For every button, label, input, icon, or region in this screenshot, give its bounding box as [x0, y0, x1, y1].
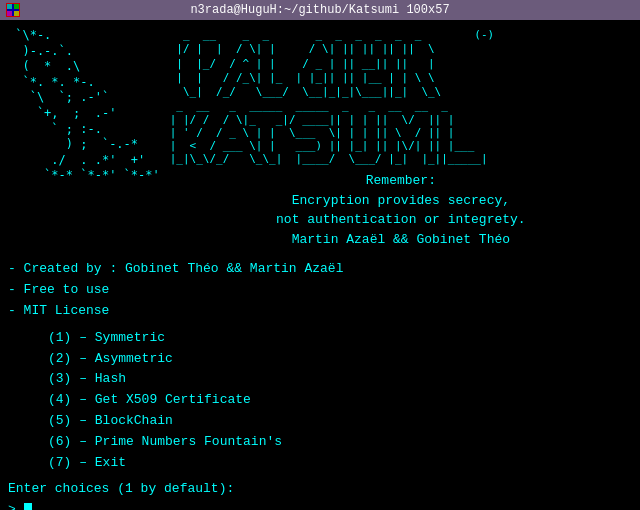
- prompt-input-line: >: [8, 500, 632, 510]
- prompt-text: Enter choices (1 by default):: [8, 479, 632, 500]
- cursor: [24, 503, 32, 510]
- info-text: not authentication or integrety.: [170, 210, 632, 230]
- right-panel: _ __ _ _ _ _ _ _ _ _ (-) |/ | | / \| | /…: [160, 28, 632, 249]
- menu-section: (1) – Symmetric (2) – Asymmetric (3) – H…: [8, 328, 632, 474]
- katsumi-art: _ __ _ _ _ _ _ _ _ _ (-) |/ | | / \| | /…: [170, 28, 632, 99]
- katsumi-title: _ __ _ _____ _____ _ _ __ __ _ | |/ / / …: [170, 99, 632, 165]
- menu-item[interactable]: (3) – Hash: [8, 369, 632, 390]
- info-text: Martin Azaël && Gobinet Théo: [170, 230, 632, 250]
- svg-rect-5: [14, 11, 19, 16]
- titlebar-title: n3rada@HuguH:~/github/Katsumi 100x57: [190, 3, 449, 17]
- terminal-icon: [6, 3, 20, 17]
- terminal-area: `\*-. )-.-.`. ( * .\ `*. *. *-. `\ `; .-…: [0, 20, 640, 510]
- ascii-logo: `\*-. )-.-.`. ( * .\ `*. *. *-. `\ `; .-…: [8, 28, 160, 249]
- menu-item[interactable]: (5) – BlockChain: [8, 411, 632, 432]
- prompt-section: Enter choices (1 by default): >: [8, 479, 632, 510]
- info-section: - Created by : Gobinet Théo && Martin Az…: [8, 259, 632, 321]
- info-line-2: - Free to use: [8, 280, 632, 301]
- info-line-3: - MIT License: [8, 301, 632, 322]
- info-text: Encryption provides secrecy,: [170, 191, 632, 211]
- info-text: Remember:: [170, 171, 632, 191]
- svg-rect-4: [7, 11, 12, 16]
- prompt-prefix: >: [8, 502, 16, 510]
- svg-rect-2: [7, 4, 12, 9]
- menu-item[interactable]: (7) – Exit: [8, 453, 632, 474]
- svg-rect-3: [14, 4, 19, 9]
- top-section: `\*-. )-.-.`. ( * .\ `*. *. *-. `\ `; .-…: [8, 28, 632, 249]
- menu-item[interactable]: (2) – Asymmetric: [8, 349, 632, 370]
- info-line-1: - Created by : Gobinet Théo && Martin Az…: [8, 259, 632, 280]
- menu-item[interactable]: (1) – Symmetric: [8, 328, 632, 349]
- menu-item[interactable]: (4) – Get X509 Certificate: [8, 390, 632, 411]
- titlebar: n3rada@HuguH:~/github/Katsumi 100x57: [0, 0, 640, 20]
- menu-item[interactable]: (6) – Prime Numbers Fountain's: [8, 432, 632, 453]
